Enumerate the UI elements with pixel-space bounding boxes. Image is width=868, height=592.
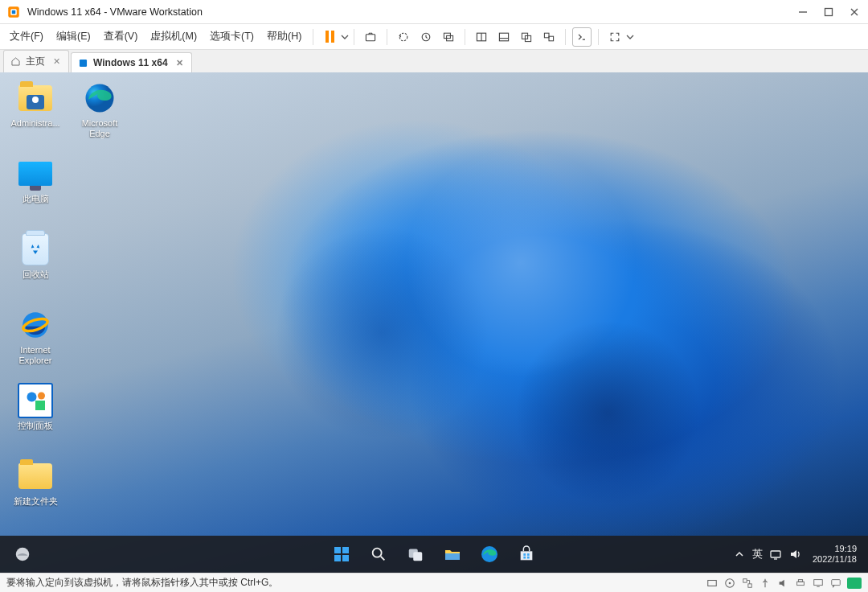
guest-viewport[interactable]: Administra... Microsoft Edge 此电脑 回收站: [0, 72, 868, 573]
desktop-icon-recycle-bin[interactable]: 回收站: [6, 232, 64, 304]
desktop-icon-admin-label: Administra...: [10, 118, 59, 129]
menu-help[interactable]: 帮助(H): [260, 27, 308, 47]
svg-rect-34: [523, 553, 526, 556]
toolbar-snapshot-button[interactable]: [361, 27, 380, 47]
tab-home[interactable]: 主页 ✕: [3, 50, 69, 72]
recycle-bin-icon: [18, 232, 53, 267]
edge-icon: [82, 80, 117, 116]
svg-rect-31: [413, 552, 422, 561]
tray-date: 2022/11/18: [813, 554, 857, 565]
folder-icon: [18, 458, 53, 494]
host-status-hint: 要将输入定向到该虚拟机，请将鼠标指针移入其中或按 Ctrl+G。: [6, 576, 278, 590]
desktop-icon-admin-folder[interactable]: Administra...: [6, 80, 64, 153]
tab-vm-label: Windows 11 x64: [93, 57, 168, 68]
status-printer-icon[interactable]: [794, 577, 807, 590]
menu-tabs[interactable]: 选项卡(T): [203, 27, 260, 47]
tab-home-label: 主页: [26, 55, 45, 68]
tray-network-icon[interactable]: [769, 548, 782, 561]
host-window-title: Windows 11 x64 - VMware Workstation: [27, 6, 796, 18]
widgets-icon: [14, 545, 31, 563]
toolbar-single-window-button[interactable]: [472, 27, 491, 47]
status-sound-icon[interactable]: [776, 577, 789, 590]
desktop-icon-new-folder[interactable]: 新建文件夹: [6, 458, 64, 531]
toolbar-take-snapshot-button[interactable]: [416, 27, 436, 47]
toolbar-pause-dropdown-icon[interactable]: [341, 33, 349, 41]
desktop-wallpaper: [0, 72, 868, 573]
svg-rect-16: [549, 36, 554, 41]
toolbar-manage-snapshots-button[interactable]: [439, 27, 458, 47]
svg-rect-11: [500, 33, 509, 41]
taskbar-search-button[interactable]: [362, 538, 395, 570]
desktop-icon-this-pc[interactable]: 此电脑: [6, 156, 64, 228]
desktop-icon-edge[interactable]: Microsoft Edge: [71, 80, 129, 153]
host-maximize-button[interactable]: [821, 5, 836, 19]
svg-rect-42: [743, 578, 747, 582]
svg-rect-46: [814, 579, 823, 585]
toolbar-fullscreen-dropdown-icon[interactable]: [626, 33, 634, 41]
toolbar-unity-button[interactable]: [539, 27, 559, 47]
search-icon: [370, 545, 387, 563]
status-usb-icon[interactable]: [759, 577, 772, 590]
taskbar-explorer-button[interactable]: [436, 538, 469, 570]
desktop-icon-control-panel[interactable]: 控制面板: [6, 383, 64, 455]
home-icon: [10, 56, 21, 67]
svg-rect-4: [366, 34, 375, 40]
svg-rect-38: [771, 551, 780, 557]
svg-rect-35: [527, 553, 530, 556]
menu-file[interactable]: 文件(F): [3, 27, 50, 47]
svg-point-41: [729, 582, 731, 584]
svg-rect-43: [748, 583, 751, 586]
desktop-icon-this-pc-label: 此电脑: [23, 194, 49, 204]
status-message-icon[interactable]: [829, 577, 842, 590]
taskbar-center-group: [326, 538, 542, 570]
taskbar-widgets-button[interactable]: [8, 540, 37, 569]
store-icon: [518, 545, 535, 563]
toolbar-fullscreen-button[interactable]: [605, 27, 624, 47]
svg-point-21: [27, 393, 37, 402]
status-vm-running-indicator[interactable]: [847, 578, 862, 589]
tab-vm[interactable]: Windows 11 x64 ✕: [71, 52, 192, 72]
desktop-icon-recycle-bin-label: 回收站: [23, 269, 49, 280]
status-disk-icon[interactable]: [706, 577, 719, 590]
desktop-icon-ie-label: Internet Explorer: [6, 345, 64, 365]
svg-rect-28: [342, 555, 349, 561]
svg-rect-15: [545, 33, 550, 38]
status-cd-icon[interactable]: [723, 577, 736, 590]
taskbar-start-button[interactable]: [326, 538, 358, 570]
svg-point-29: [373, 549, 382, 557]
task-view-icon: [407, 545, 424, 563]
tray-volume-icon[interactable]: [788, 548, 801, 561]
host-close-button[interactable]: [847, 5, 862, 19]
menu-edit[interactable]: 编辑(E): [50, 27, 97, 47]
file-explorer-icon: [443, 545, 462, 564]
vmware-app-icon: [6, 5, 21, 19]
status-display-icon[interactable]: [812, 577, 825, 590]
guest-taskbar: 英 19:19 2022/11/18: [0, 536, 868, 573]
tray-ime-indicator[interactable]: 英: [752, 548, 763, 561]
menu-vm[interactable]: 虚拟机(M): [144, 27, 203, 47]
toolbar-console-button[interactable]: [572, 27, 592, 47]
taskbar-task-view-button[interactable]: [399, 538, 432, 570]
host-minimize-button[interactable]: [796, 5, 810, 19]
taskbar-edge-button[interactable]: [473, 538, 506, 570]
tab-vm-close[interactable]: ✕: [176, 58, 183, 68]
tray-time: 19:19: [813, 544, 857, 554]
tray-clock[interactable]: 19:19 2022/11/18: [808, 544, 862, 564]
host-titlebar: Windows 11 x64 - VMware Workstation: [0, 0, 868, 24]
status-network-icon[interactable]: [741, 577, 754, 590]
toolbar-pause-button[interactable]: [320, 27, 339, 47]
menu-view[interactable]: 查看(V): [97, 27, 145, 47]
svg-rect-27: [334, 555, 341, 561]
toolbar-quick-switch-button[interactable]: [517, 27, 536, 47]
tab-home-close[interactable]: ✕: [53, 56, 60, 67]
svg-rect-44: [797, 582, 805, 585]
start-icon: [332, 545, 351, 564]
tray-chevron-up-icon[interactable]: [733, 548, 746, 561]
taskbar-store-button[interactable]: [510, 538, 542, 570]
desktop-icon-ie[interactable]: Internet Explorer: [6, 307, 64, 380]
toolbar-revert-snapshot-button[interactable]: [394, 27, 413, 47]
svg-rect-26: [342, 547, 349, 553]
toolbar-thumbnail-button[interactable]: [494, 27, 514, 47]
this-pc-icon: [18, 156, 53, 191]
svg-rect-32: [445, 553, 460, 560]
